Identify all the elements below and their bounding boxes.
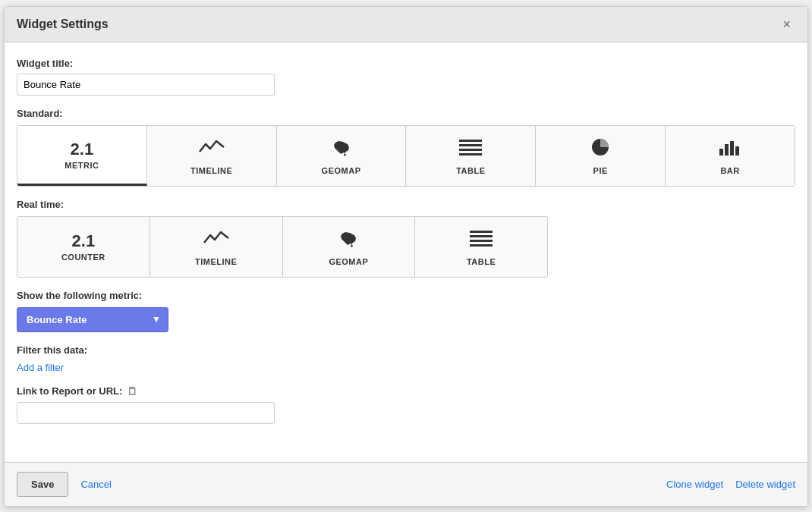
table-label: TABLE [456, 166, 485, 175]
dialog-title: Widget Settings [17, 17, 109, 31]
svg-rect-3 [459, 153, 482, 155]
table-icon [457, 137, 484, 162]
metric-select[interactable]: Bounce Rate [17, 307, 168, 332]
geomap-label: GEOMAP [322, 166, 361, 175]
rt-geomap-label: GEOMAP [329, 257, 368, 266]
realtime-section: Real time: 2.1 COUNTER TIMELINE [17, 199, 795, 278]
dialog-body: Widget title: Standard: 2.1 METRIC [5, 42, 807, 462]
widget-title-label: Widget title: [17, 58, 795, 69]
svg-rect-9 [470, 231, 493, 233]
widget-title-group: Widget title: [17, 58, 795, 96]
rt-geomap-icon [335, 228, 362, 253]
realtime-table-option[interactable]: TABLE [415, 217, 547, 277]
svg-rect-11 [470, 240, 493, 242]
standard-pie-option[interactable]: PIE [536, 126, 666, 186]
geomap-icon [328, 137, 355, 162]
realtime-geomap-option[interactable]: GEOMAP [283, 217, 416, 277]
svg-rect-12 [470, 244, 493, 247]
realtime-timeline-option[interactable]: TIMELINE [150, 217, 283, 277]
dialog-footer: Save Cancel Clone widget Delete widget [5, 462, 807, 506]
footer-right-actions: Clone widget Delete widget [666, 479, 795, 490]
rt-table-icon [467, 228, 495, 253]
link-url-input[interactable] [17, 402, 275, 424]
link-group: Link to Report or URL: 🗒 [17, 385, 795, 424]
realtime-widget-grid: 2.1 COUNTER TIMELINE [17, 216, 548, 278]
rt-timeline-label: TIMELINE [195, 257, 237, 266]
timeline-label: TIMELINE [190, 166, 232, 175]
svg-rect-6 [725, 144, 729, 155]
pie-icon [587, 137, 614, 162]
rt-table-label: TABLE [467, 257, 496, 266]
svg-rect-0 [459, 140, 482, 142]
standard-geomap-option[interactable]: GEOMAP [277, 126, 407, 186]
cancel-button[interactable]: Cancel [77, 473, 114, 496]
metric-select-label: Show the following metric: [17, 290, 795, 301]
link-label-container: Link to Report or URL: 🗒 [17, 385, 795, 397]
widget-title-input[interactable] [17, 74, 275, 96]
svg-rect-8 [735, 146, 739, 155]
standard-table-option[interactable]: TABLE [406, 126, 536, 186]
standard-label: Standard: [17, 108, 795, 119]
metric-label: METRIC [65, 161, 99, 170]
standard-section: Standard: 2.1 METRIC TIMELINE [17, 108, 795, 187]
delete-widget-button[interactable]: Delete widget [735, 479, 795, 490]
svg-rect-1 [459, 144, 482, 146]
dialog-header: Widget Settings × [5, 7, 807, 42]
svg-rect-7 [730, 141, 734, 155]
save-button[interactable]: Save [17, 472, 68, 497]
svg-rect-2 [459, 149, 482, 151]
counter-label: COUNTER [61, 253, 105, 262]
bar-label: BAR [720, 166, 739, 175]
standard-timeline-option[interactable]: TIMELINE [147, 126, 277, 186]
rt-timeline-icon [203, 228, 230, 253]
filter-label: Filter this data: [17, 344, 795, 356]
timeline-icon [198, 137, 225, 162]
realtime-counter-option[interactable]: 2.1 COUNTER [17, 217, 150, 277]
info-icon: 🗒 [127, 385, 137, 397]
filter-group: Filter this data: Add a filter [17, 344, 795, 373]
widget-settings-dialog: Widget Settings × Widget title: Standard… [4, 6, 808, 507]
metric-select-group: Show the following metric: Bounce Rate ▼ [17, 290, 795, 332]
bar-icon [716, 137, 744, 162]
svg-rect-5 [719, 149, 723, 155]
clone-widget-button[interactable]: Clone widget [666, 479, 723, 490]
standard-widget-grid: 2.1 METRIC TIMELINE [17, 125, 795, 187]
svg-rect-10 [470, 235, 493, 237]
link-label-text: Link to Report or URL: [17, 385, 122, 397]
counter-number: 2.1 [72, 231, 96, 251]
metric-number: 2.1 [71, 140, 94, 159]
metric-select-container: Bounce Rate ▼ [17, 307, 168, 332]
standard-metric-option[interactable]: 2.1 METRIC [17, 126, 147, 186]
add-filter-link[interactable]: Add a filter [17, 362, 64, 373]
pie-label: PIE [593, 166, 608, 175]
realtime-label: Real time: [17, 199, 795, 210]
standard-bar-option[interactable]: BAR [666, 126, 795, 186]
close-button[interactable]: × [778, 16, 795, 33]
